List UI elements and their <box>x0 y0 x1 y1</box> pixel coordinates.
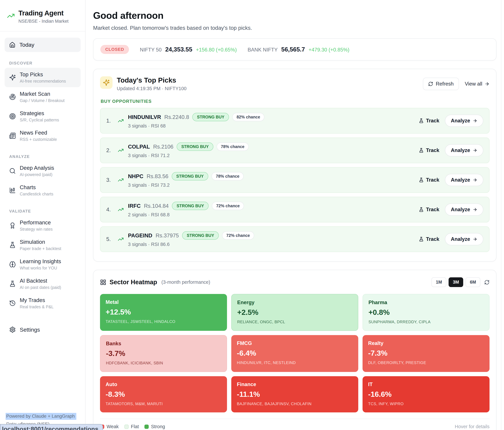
sidebar-item-label: Strategies <box>20 110 59 116</box>
sidebar-section-analyze: ANALYZE <box>9 154 81 159</box>
grid-icon <box>100 279 106 285</box>
sidebar-item-ai-backtest[interactable]: AI Backtest AI on past dates (paid) <box>5 274 81 294</box>
browser-status-link: localhost:8001/recommendations <box>0 424 103 430</box>
stock-price: Rs.37975 <box>156 233 179 239</box>
sidebar-item-sub: Strategy win rates <box>20 227 53 232</box>
trending-up-icon <box>118 207 124 213</box>
main-content: Good afternoon Market closed. Plan tomor… <box>86 0 504 430</box>
flat-color-swatch <box>124 425 129 429</box>
flask-icon <box>419 207 424 212</box>
heatmap-title: Sector Heatmap <box>109 279 157 286</box>
trending-up-logo-icon <box>7 12 15 20</box>
heatmap-tile-pharma[interactable]: Pharma +0.8% SUNPHARMA, DRREDDY, CIPLA <box>362 294 489 331</box>
signal-badge: STRONG BUY <box>182 231 219 240</box>
hover-hint: Hover for details <box>455 424 489 429</box>
award-icon <box>9 222 16 229</box>
sidebar-section-discover: DISCOVER <box>9 61 81 65</box>
buy-opportunities-label: BUY OPPORTUNITIES <box>101 99 489 104</box>
heatmap-tile-metal[interactable]: Metal +12.5% TATASTEEL, JSWSTEEL, HINDAL… <box>100 294 227 331</box>
sidebar-item-settings[interactable]: Settings <box>5 323 81 337</box>
sidebar-item-charts[interactable]: Charts Candlestick charts <box>5 181 81 200</box>
pick-row[interactable]: 4. IRFC Rs.104.84 STRONG BUY 72% chance … <box>100 197 489 222</box>
range-6m-button[interactable]: 6M <box>466 277 480 287</box>
sidebar-item-label: Deep Analysis <box>20 165 54 171</box>
search-icon <box>9 168 16 174</box>
sidebar-item-my-trades[interactable]: My Trades Real trades & P&L <box>5 294 81 313</box>
nifty50-quote: NIFTY 50 24,353.55 +156.80 (+0.65%) <box>140 46 237 53</box>
stock-symbol: PAGEIND <box>128 233 152 239</box>
sidebar-item-today[interactable]: Today <box>5 38 81 52</box>
sidebar-item-strategies[interactable]: Strategies S/R, Cyclical patterns <box>5 107 81 126</box>
refresh-button[interactable]: Refresh <box>423 78 459 90</box>
sidebar-item-sub: Gap / Volume / Breakout <box>20 98 64 103</box>
stock-price: Rs.104.84 <box>144 203 169 209</box>
heatmap-tile-auto[interactable]: Auto -8.3% TATAMOTORS, M&M, MARUTI <box>100 376 227 412</box>
banknifty-quote: BANK NIFTY 56,565.7 +479.30 (+0.85%) <box>248 46 349 53</box>
signal-badge: STRONG BUY <box>192 113 229 121</box>
heatmap-tile-finance[interactable]: Finance -11.1% BAJFINANCE, BAJAJFINSV, C… <box>231 376 358 412</box>
stock-symbol: NHPC <box>128 173 144 179</box>
stock-symbol: HINDUNILVR <box>128 114 161 120</box>
sidebar-item-performance[interactable]: Performance Strategy win rates <box>5 216 81 235</box>
arrow-right-icon <box>473 148 477 153</box>
page-title: Good afternoon <box>93 10 496 21</box>
heatmap-tile-banks[interactable]: Banks -3.7% HDFCBANK, ICICIBANK, SBIN <box>100 335 227 372</box>
app-title: Trading Agent <box>18 9 69 17</box>
pick-row[interactable]: 1. HINDUNILVR Rs.2240.8 STRONG BUY 82% c… <box>100 108 489 134</box>
history-icon <box>9 300 16 306</box>
brain-icon <box>9 261 16 268</box>
sidebar-item-label: Settings <box>20 327 40 333</box>
app-logo: Trading Agent NSE/BSE - Indian Market <box>5 9 81 24</box>
sidebar-item-label: Performance <box>20 219 53 226</box>
analyze-button[interactable]: Analyze <box>445 115 483 127</box>
track-button[interactable]: Track <box>419 118 439 124</box>
track-button[interactable]: Track <box>419 207 439 213</box>
sidebar-item-market-scan[interactable]: Market Scan Gap / Volume / Breakout <box>5 87 81 107</box>
view-all-link[interactable]: View all <box>465 81 489 87</box>
chance-badge: 78% chance <box>212 172 244 180</box>
stock-price: Rs.2240.8 <box>164 114 189 120</box>
pick-row[interactable]: 5. PAGEIND Rs.37975 STRONG BUY 72% chanc… <box>100 226 489 252</box>
analyze-button[interactable]: Analyze <box>445 174 483 186</box>
target-icon <box>9 113 16 120</box>
sidebar-item-learning-insights[interactable]: Learning Insights What works for YOU <box>5 255 81 274</box>
sidebar-item-deep-analysis[interactable]: Deep Analysis AI-powered (paid) <box>5 161 81 181</box>
sidebar-item-label: News Feed <box>20 130 57 136</box>
signal-badge: STRONG BUY <box>172 172 208 180</box>
arrow-right-icon <box>473 207 477 212</box>
heatmap-tile-realty[interactable]: Realty -7.3% DLF, OBEROIRLTY, PRESTIGE <box>362 335 489 372</box>
track-button[interactable]: Track <box>419 147 439 153</box>
range-1m-button[interactable]: 1M <box>432 277 446 287</box>
sidebar-item-sub: What works for YOU <box>20 266 61 270</box>
range-3m-button[interactable]: 3M <box>449 277 463 287</box>
pick-row[interactable]: 3. NHPC Rs.83.56 STRONG BUY 78% chance 3… <box>100 167 489 193</box>
refresh-icon[interactable] <box>484 280 489 285</box>
market-closed-badge: CLOSED <box>100 45 129 54</box>
candlestick-chart-icon <box>9 187 16 194</box>
sidebar-item-label: Learning Insights <box>20 258 61 265</box>
arrow-right-icon <box>473 237 477 242</box>
sidebar-item-label: Simulation <box>20 239 61 245</box>
legend-strong: Strong <box>144 424 165 429</box>
home-icon <box>9 42 16 48</box>
heatmap-tile-it[interactable]: IT -16.6% TCS, INFY, WIPRO <box>362 376 489 412</box>
arrow-right-icon <box>473 178 477 182</box>
sidebar-item-sub: S/R, Cyclical patterns <box>20 118 59 122</box>
signal-badge: STRONG BUY <box>177 143 213 151</box>
analyze-button[interactable]: Analyze <box>445 233 483 245</box>
track-button[interactable]: Track <box>419 236 439 242</box>
signal-badge: STRONG BUY <box>172 202 208 210</box>
heatmap-tile-fmcg[interactable]: FMCG -6.4% HINDUNILVR, ITC, NESTLEIND <box>231 335 358 372</box>
sidebar-item-news-feed[interactable]: News Feed RSS + customizable <box>5 126 81 145</box>
heatmap-legend: Weak Flat Strong <box>100 424 165 429</box>
newspaper-icon <box>9 132 16 139</box>
analyze-button[interactable]: Analyze <box>445 204 483 216</box>
heatmap-tile-energy[interactable]: Energy +2.5% RELIANCE, ONGC, BPCL <box>231 294 358 331</box>
flask-icon <box>419 148 424 153</box>
sidebar-item-sub: RSS + customizable <box>20 137 57 142</box>
sidebar-item-simulation[interactable]: Simulation Paper trade + backtest <box>5 235 81 255</box>
analyze-button[interactable]: Analyze <box>445 144 483 156</box>
track-button[interactable]: Track <box>419 177 439 183</box>
sidebar-item-top-picks[interactable]: Top Picks AI-free recommendations <box>5 68 81 87</box>
pick-row[interactable]: 2. COLPAL Rs.2106 STRONG BUY 78% chance … <box>100 137 489 163</box>
